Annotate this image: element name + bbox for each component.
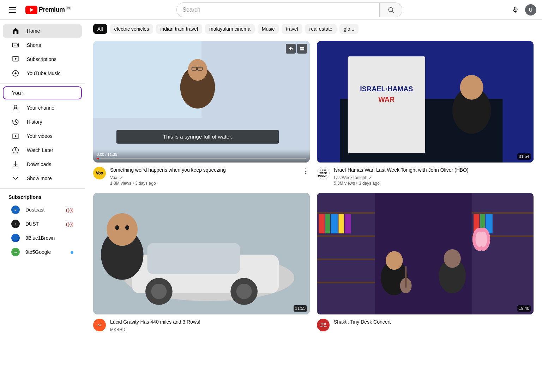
search-input[interactable] (177, 4, 379, 16)
subtitles-icon (297, 44, 307, 54)
shorts-label: Shorts (27, 42, 41, 48)
show-more-label: Show more (27, 176, 52, 181)
sidebar-item-your-channel[interactable]: Your channel (3, 101, 82, 115)
youtube-music-label: YouTube Music (27, 71, 60, 76)
progress-text: 0:00 / 11:35 (97, 152, 306, 157)
progress-bar-fill (97, 158, 99, 159)
channel-name-v3: MKBHD (110, 327, 310, 332)
lwt-channel-avatar: LASTWEEKTONIGHT (317, 167, 330, 179)
sidebar: Home Shorts Subscriptions YouTube Music (0, 20, 85, 392)
chip-electric-vehicles[interactable]: electric vehicles (110, 24, 153, 34)
chip-travel[interactable]: travel (282, 24, 302, 34)
svg-text:This is a syringe full of wate: This is a syringe full of water. (163, 134, 233, 140)
9to5google-label: 9to5Google (25, 249, 51, 255)
sidebar-item-history[interactable]: History (3, 115, 82, 129)
chip-malayalam-cinema[interactable]: malayalam cinema (205, 24, 255, 34)
you-section[interactable]: You › (3, 86, 82, 99)
app-container: PremiumIN (0, 0, 542, 392)
home-icon (11, 27, 20, 35)
shorts-icon (11, 41, 20, 49)
duration-v4: 19:40 (517, 305, 531, 312)
logo-text: PremiumIN (39, 6, 71, 13)
you-chevron-icon: › (22, 91, 24, 96)
video-meta-v4: Shakti: Tiny Desk Concert (334, 319, 534, 331)
videos-icon (11, 132, 20, 140)
svg-point-52 (125, 225, 129, 230)
chip-music[interactable]: Music (258, 24, 279, 34)
svg-point-50 (107, 213, 138, 246)
sidebar-item-youtube-music[interactable]: YouTube Music (3, 66, 82, 80)
sidebar-item-show-more[interactable]: Show more (3, 171, 82, 185)
svg-rect-60 (319, 214, 324, 233)
3blue1brown-avatar (11, 234, 20, 242)
sidebar-item-downloads[interactable]: Downloads (3, 157, 82, 171)
video-card-v1[interactable]: This is a syringe full of water. (93, 41, 310, 186)
svg-point-78 (480, 232, 487, 247)
svg-text:WAR: WAR (378, 96, 395, 103)
svg-point-20 (13, 235, 18, 241)
svg-point-11 (14, 105, 17, 108)
chip-glo[interactable]: glo... (339, 24, 359, 34)
svg-text:D: D (14, 208, 17, 212)
svg-rect-36 (348, 56, 425, 153)
svg-point-74 (444, 249, 461, 268)
subscriptions-label: Subscriptions (27, 56, 56, 62)
premium-label: Premium (39, 6, 65, 13)
sidebar-item-home[interactable]: Home (3, 24, 82, 38)
thumbnail-v4: 19:40 (317, 193, 534, 314)
video-card-v4[interactable]: 19:40 NPRmusic Shakti: Tiny Desk Concert (317, 193, 534, 332)
video-info-v4: NPRmusic Shakti: Tiny Desk Concert (317, 319, 534, 331)
hamburger-button[interactable] (6, 3, 20, 17)
svg-rect-64 (345, 214, 351, 233)
chip-real-estate[interactable]: real estate (305, 24, 337, 34)
svg-rect-4 (514, 7, 516, 10)
mic-button[interactable] (508, 3, 522, 17)
more-options-v1[interactable]: ⋮ (301, 167, 310, 175)
sub-item-dostcast[interactable]: D Dostcast ((·)) (3, 203, 82, 217)
svg-rect-44 (147, 243, 240, 274)
vox-channel-avatar: Vox (93, 167, 106, 179)
chip-indian-train-travel[interactable]: indian train travel (156, 24, 202, 34)
svg-line-3 (392, 11, 394, 13)
channel-name-v1: Vox (110, 175, 297, 180)
logo[interactable]: PremiumIN (25, 6, 71, 14)
user-avatar[interactable]: U (525, 4, 536, 16)
sub-item-9to5google[interactable]: 9G 9to5Google (3, 245, 82, 259)
svg-rect-59 (317, 282, 375, 283)
watch-later-icon (11, 146, 20, 154)
header-right: U (508, 3, 536, 17)
video-card-v2[interactable]: ISRAEL·HAMAS WAR 31:54 LASTWEEKTONIGHT (317, 41, 534, 186)
svg-marker-13 (15, 135, 17, 137)
sidebar-item-your-videos[interactable]: Your videos (3, 129, 82, 143)
video-card-v3[interactable]: 11:55 AF Lucid Gravity Has 440 miles and… (93, 193, 310, 332)
video-meta-v1: Something weird happens when you keep sq… (110, 167, 297, 186)
npr-channel-avatar: NPRmusic (317, 319, 330, 331)
content-area: All electric vehicles indian train trave… (85, 20, 542, 392)
9to5google-new-dot (71, 249, 73, 255)
video-info-v2: LASTWEEKTONIGHT Israel-Hamas War: Last W… (317, 167, 534, 186)
svg-rect-80 (405, 266, 406, 287)
search-button[interactable] (379, 3, 402, 17)
duration-v2: 31:54 (517, 153, 531, 160)
sidebar-item-shorts[interactable]: Shorts (3, 38, 82, 52)
dostcast-label: Dostcast (25, 207, 44, 213)
sub-item-dust[interactable]: D DUST ((·)) (3, 217, 82, 231)
verified-icon-v1 (119, 176, 123, 180)
history-icon (11, 118, 20, 126)
video-info-v3: AF Lucid Gravity Has 440 miles and 3 Row… (93, 319, 310, 332)
sidebar-item-subscriptions[interactable]: Subscriptions (3, 52, 82, 66)
progress-overlay: 0:00 / 11:35 (93, 149, 310, 163)
sub-item-3blue1brown[interactable]: 3Blue1Brown (3, 231, 82, 245)
chip-all[interactable]: All (93, 24, 107, 34)
thumbnail-v2: ISRAEL·HAMAS WAR 31:54 (317, 41, 534, 163)
svg-rect-62 (331, 214, 338, 233)
thumbnail-v3: 11:55 (93, 193, 310, 314)
progress-bar-bg (97, 158, 306, 159)
sidebar-divider-1 (0, 83, 85, 84)
video-title-v3: Lucid Gravity Has 440 miles and 3 Rows! (110, 319, 310, 326)
video-title-v2: Israel-Hamas War: Last Week Tonight with… (334, 167, 534, 174)
dust-avatar: D (11, 220, 20, 228)
svg-rect-57 (317, 235, 375, 237)
svg-rect-66 (472, 212, 534, 214)
sidebar-item-watch-later[interactable]: Watch Later (3, 143, 82, 157)
